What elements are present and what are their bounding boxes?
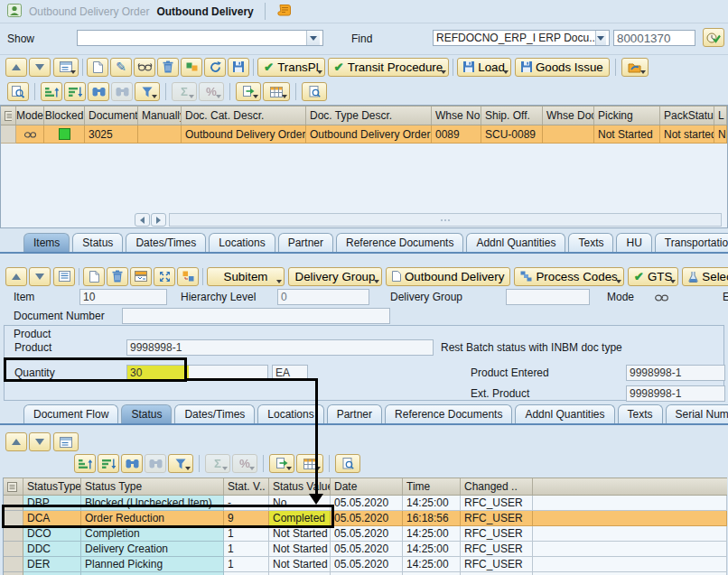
product-field[interactable]: 9998998-1 [126, 339, 434, 356]
status-previous-button[interactable] [5, 432, 27, 451]
tab-item-partner[interactable]: Partner [327, 404, 382, 423]
column-header[interactable]: Blocked [44, 107, 85, 125]
delivery-order-row[interactable]: 3025 Outbound Delivery Order Outbound De… [1, 125, 727, 144]
time-cell[interactable]: 14:25:00 [403, 557, 461, 572]
sort-descending-button[interactable] [64, 82, 86, 101]
status-type-code-cell[interactable]: DCO [23, 526, 81, 542]
sort-ascending-button[interactable] [41, 82, 62, 101]
item-number-field[interactable]: 10 [79, 289, 167, 305]
column-header[interactable]: Document [85, 107, 138, 125]
find-in-document-button[interactable] [7, 82, 29, 101]
status-row-dco[interactable]: DCO Completion 1 Not Started 05.05.2020 … [4, 526, 727, 542]
transit-procedure-button[interactable]: ✔ Transit Procedure [328, 58, 450, 77]
status-type-name-cell[interactable]: Blocked (Unchecked Item) [81, 496, 224, 511]
status-type-code-cell[interactable]: DDC [23, 542, 81, 557]
stat-v-cell[interactable]: 1 [224, 526, 269, 542]
status-row-ddc[interactable]: DDC Delivery Creation 1 Not Started 05.0… [4, 542, 727, 557]
edit-button[interactable]: ✎ [110, 58, 132, 77]
quantity-field[interactable]: 30 [126, 365, 268, 381]
tab-texts[interactable]: Texts [568, 233, 613, 252]
tab-item-reference-documents[interactable]: Reference Documents [385, 404, 512, 423]
find-value-input[interactable] [613, 30, 695, 46]
status-row-dca-selected[interactable]: DCA Order Reduction 9 Completed 05.05.20… [4, 511, 727, 526]
status-subtotal-button[interactable]: % [232, 454, 257, 473]
scroll-left-button[interactable] [135, 213, 150, 227]
row-selector[interactable] [4, 542, 23, 557]
scroll-right-button[interactable] [151, 213, 166, 227]
check-in-button[interactable] [181, 58, 202, 77]
picking-cell[interactable]: Not Started [594, 125, 660, 144]
changed-by-cell[interactable]: RFC_USER [461, 511, 533, 526]
next-item-button[interactable] [29, 58, 51, 77]
stat-v-cell[interactable]: 1 [224, 542, 269, 557]
goods-issue-button[interactable]: Goods Issue [515, 58, 610, 77]
tab-dates-times[interactable]: Dates/Times [126, 233, 206, 252]
save-button[interactable] [228, 58, 249, 77]
collapse-hierarchy-button[interactable] [154, 267, 175, 286]
status-type-name-cell[interactable]: Planned Picking [81, 557, 224, 572]
show-dropdown[interactable] [77, 30, 323, 46]
delivery-group-button[interactable]: Delivery Group [288, 267, 382, 286]
column-header[interactable]: PackStatus [660, 107, 714, 125]
blocked-cell[interactable] [44, 125, 85, 144]
column-header[interactable]: Whse Door [543, 107, 594, 125]
whse-door-cell[interactable] [543, 125, 594, 144]
date-cell[interactable]: 05.05.2020 [331, 511, 403, 526]
time-cell[interactable]: 16:18:56 [403, 511, 461, 526]
mode-cell[interactable] [16, 125, 44, 144]
status-value-cell[interactable]: Not Started [269, 526, 331, 542]
date-cell[interactable]: 05.05.2020 [331, 526, 403, 542]
column-header[interactable]: Stat. V.. [224, 478, 269, 495]
column-header[interactable]: Date [331, 478, 403, 495]
column-header[interactable]: Picking [594, 107, 660, 125]
column-header[interactable]: Ship. Off. [481, 107, 543, 125]
total-button[interactable]: Σ [172, 82, 197, 101]
pack-status-cell[interactable]: Not started [660, 125, 714, 144]
previous-item-button[interactable] [5, 58, 27, 77]
find-category-dropdown[interactable]: REFDOCNO_ERP_I ERP Docu.. [433, 30, 610, 46]
document-number-field[interactable] [122, 308, 390, 324]
tab-hu[interactable]: HU [616, 233, 651, 252]
column-header[interactable]: Manually [138, 107, 182, 125]
column-header[interactable]: L [714, 107, 727, 125]
gts-button[interactable]: ✔ GTS [628, 267, 679, 286]
status-value-cell[interactable]: Not Started [269, 557, 331, 572]
status-sort-ascending-button[interactable] [74, 454, 96, 473]
column-header[interactable]: Doc. Cat. Descr. [182, 107, 306, 125]
tab-serial-numbers[interactable]: Serial Numbers [666, 404, 728, 423]
set-filter-button[interactable] [135, 82, 160, 101]
item-delete-button[interactable] [107, 267, 128, 286]
status-find-button[interactable] [121, 454, 143, 473]
status-detail-button[interactable] [53, 432, 79, 451]
status-print-preview-button[interactable] [335, 454, 360, 473]
changed-by-cell[interactable]: RFC_USER [461, 542, 533, 557]
column-header[interactable]: StatusType [23, 478, 81, 495]
chevron-down-icon[interactable] [595, 31, 606, 45]
detail-view-button[interactable] [53, 58, 79, 77]
row-selector[interactable] [1, 125, 16, 144]
date-cell[interactable]: 05.05.2020 [331, 557, 403, 572]
status-type-code-cell[interactable]: DBP [23, 496, 81, 511]
create-button[interactable] [87, 58, 108, 77]
status-type-name-cell[interactable]: Completion [81, 526, 224, 542]
print-preview-button[interactable] [302, 82, 327, 101]
date-cell[interactable]: 05.05.2020 [331, 542, 403, 557]
delete-button[interactable] [157, 58, 179, 77]
time-cell[interactable]: 14:25:00 [403, 526, 461, 542]
status-find-next-button[interactable] [145, 454, 166, 473]
display-button[interactable] [134, 58, 155, 77]
breadcrumb-previous[interactable]: Outbound Delivery Order [29, 5, 149, 18]
export-button[interactable] [236, 82, 261, 101]
status-value-cell-highlighted[interactable]: Completed [269, 511, 331, 526]
column-header[interactable]: Whse No. [432, 107, 481, 125]
chevron-down-icon[interactable] [306, 31, 320, 45]
status-row-der[interactable]: DER Planned Picking 1 Not Started 05.05.… [4, 557, 727, 572]
column-header[interactable]: Doc. Type Descr. [306, 107, 432, 125]
product-entered-field[interactable]: 9998998-1 [626, 365, 725, 381]
status-sort-descending-button[interactable] [98, 454, 119, 473]
tab-item-locations[interactable]: Locations [257, 404, 323, 423]
manually-cell[interactable] [138, 125, 182, 144]
row-selector[interactable] [4, 557, 23, 572]
load-button[interactable]: Load [457, 58, 511, 77]
stat-v-cell[interactable]: 9 [224, 511, 269, 526]
